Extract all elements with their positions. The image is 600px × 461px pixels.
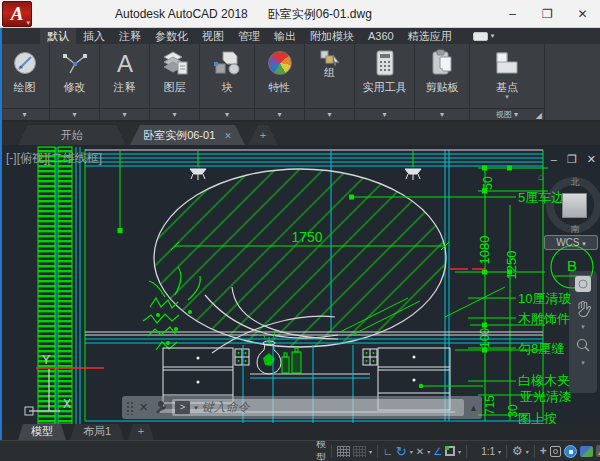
close-icon[interactable]: ✕ xyxy=(139,401,148,414)
new-drawing-button[interactable]: + xyxy=(248,125,278,145)
visual-style-control[interactable]: [二维线框] xyxy=(47,151,102,165)
tab-output[interactable]: 输出 xyxy=(267,28,303,44)
panel-block[interactable]: 块 ▾ xyxy=(200,44,255,120)
app-menu-button[interactable]: A ▾ xyxy=(2,1,32,27)
panel-utilities[interactable]: 实用工具 ▾ xyxy=(355,44,415,120)
drag-handle[interactable] xyxy=(126,401,134,415)
file-tab-start[interactable]: 开始 xyxy=(18,125,126,145)
chevron-down-icon[interactable]: ▾ xyxy=(427,448,430,455)
minimize-button[interactable]: – xyxy=(495,0,530,28)
tab-model[interactable]: 模型 xyxy=(18,424,66,440)
panel-expand[interactable]: ▾ xyxy=(415,108,469,120)
panel-expand[interactable]: ▾ xyxy=(305,108,354,120)
command-prompt-icon[interactable]: > xyxy=(175,401,190,414)
chevron-down-icon[interactable]: ▾ xyxy=(526,448,529,455)
osnap-tracking-icon[interactable]: ∠ xyxy=(433,446,442,457)
pan-hand-icon[interactable] xyxy=(575,299,591,317)
panel-label: 注释 xyxy=(100,80,149,95)
chevron-down-icon[interactable]: ▾ xyxy=(581,359,585,367)
zoom-icon[interactable] xyxy=(575,337,591,353)
ribbon-display-toggle[interactable]: ▾ xyxy=(473,28,495,44)
panel-draw[interactable]: 绘图 ▾ xyxy=(0,44,50,120)
panel-modify[interactable]: 修改 ▾ xyxy=(50,44,100,120)
view-control[interactable]: [俯视] xyxy=(17,151,48,165)
annotation: 图上按 xyxy=(518,411,557,424)
workspace-gear-icon[interactable]: ⚙ xyxy=(512,444,523,458)
chevron-down-icon[interactable]: ▾ xyxy=(369,448,372,455)
alert-icon[interactable] xyxy=(596,445,600,457)
chevron-down-icon[interactable]: ▾ xyxy=(470,93,544,101)
annotation-scale-value[interactable]: 1:1 xyxy=(481,446,495,457)
chevron-down-icon[interactable]: ▾ xyxy=(410,448,413,455)
file-tab-document[interactable]: 卧室实例06-01 ✕ xyxy=(130,125,245,145)
tab-featured-apps[interactable]: 精选应用 xyxy=(401,28,459,44)
chevron-down-icon[interactable]: ▾ xyxy=(194,404,198,412)
panel-view-footer[interactable]: 视图 ▾ ◢ xyxy=(470,108,544,120)
panel-expand[interactable]: ▾ xyxy=(0,108,49,120)
panel-properties[interactable]: 特性 ▾ xyxy=(255,44,305,120)
object-snap-icon[interactable] xyxy=(445,446,455,456)
history-up-icon[interactable]: ▲ xyxy=(469,403,478,413)
isometric-drafting-icon[interactable]: ✕ xyxy=(416,446,424,457)
tab-a360[interactable]: A360 xyxy=(361,28,401,44)
maximize-button[interactable]: ❐ xyxy=(530,0,565,28)
viewcube-north-label[interactable]: 北 xyxy=(542,176,600,189)
command-input[interactable]: > ▾ 键入命令 xyxy=(172,399,464,416)
clean-screen-icon[interactable] xyxy=(564,445,577,458)
tab-view[interactable]: 视图 xyxy=(195,28,231,44)
snap-mode-icon[interactable] xyxy=(337,446,350,457)
dialog-launcher-icon[interactable]: ◢ xyxy=(536,110,542,121)
wcs-dropdown[interactable]: WCS ▾ xyxy=(544,235,598,250)
drawing-canvas[interactable]: 1750 50 1080 1250 xyxy=(0,145,600,424)
tab-addins[interactable]: 附加模块 xyxy=(303,28,361,44)
drawing-minimize-button[interactable]: – xyxy=(551,153,557,166)
status-model-label[interactable]: 模型 xyxy=(316,440,326,461)
graphics-performance-icon[interactable] xyxy=(580,446,593,457)
viewcube[interactable]: ⌂ 北 南 xyxy=(542,173,600,239)
panel-expand[interactable]: ▾ xyxy=(200,108,254,120)
new-layout-button[interactable]: + xyxy=(128,424,154,440)
close-button[interactable]: ✕ xyxy=(565,0,600,28)
panel-view[interactable]: 基点 ▾ 视图 ▾ ◢ xyxy=(470,44,545,120)
command-line[interactable]: ✕ > ▾ 键入命令 ▲ xyxy=(122,396,482,419)
viewport-controls[interactable]: [-][俯视][二维线框] xyxy=(6,150,102,167)
chevron-down-icon[interactable]: ▾ xyxy=(458,448,461,455)
isolate-objects-icon[interactable] xyxy=(550,446,561,457)
panel-expand[interactable]: ▾ xyxy=(100,108,149,120)
chevron-down-icon[interactable]: ▾ xyxy=(581,323,585,331)
wcs-label: WCS xyxy=(556,237,579,248)
chevron-down-icon[interactable]: ▾ xyxy=(498,448,501,455)
annotation-monitor-icon[interactable]: + xyxy=(540,444,547,458)
navigation-bar[interactable]: ▾ ▾ xyxy=(569,271,597,393)
chevron-down-icon: ▾ xyxy=(514,110,518,119)
panel-expand[interactable]: ▾ xyxy=(150,108,199,120)
tab-annotate[interactable]: 注释 xyxy=(112,28,148,44)
layout-tab-bar: 模型 布局1 + xyxy=(0,424,600,440)
panel-expand[interactable]: ▾ xyxy=(355,108,414,120)
customize-wrench-icon[interactable] xyxy=(153,401,167,415)
viewcube-face[interactable] xyxy=(562,193,587,218)
window-edge xyxy=(0,28,2,440)
file-tab-bar: 开始 卧室实例06-01 ✕ + xyxy=(0,122,600,145)
ribbon: 绘图 ▾ 修改 ▾ A 注释 ▾ 图层 ▾ xyxy=(0,44,600,122)
panel-layers[interactable]: 图层 ▾ xyxy=(150,44,200,120)
ortho-mode-icon[interactable]: ∟ xyxy=(383,446,393,457)
polar-tracking-icon[interactable]: ↻ xyxy=(396,444,407,459)
tab-layout1[interactable]: 布局1 xyxy=(70,424,124,440)
viewport-menu[interactable]: [-] xyxy=(6,151,17,165)
close-tab-icon[interactable]: ✕ xyxy=(224,131,232,141)
dim-1080: 1080 xyxy=(477,236,492,265)
tab-default[interactable]: 默认 xyxy=(40,28,76,44)
drawing-close-button[interactable]: ✕ xyxy=(587,153,596,166)
panel-expand[interactable]: ▾ xyxy=(255,108,304,120)
panel-clipboard[interactable]: 剪贴板 ▾ xyxy=(415,44,470,120)
panel-groups[interactable]: 组 ▾ xyxy=(305,44,355,120)
panel-annotation[interactable]: A 注释 ▾ xyxy=(100,44,150,120)
tab-insert[interactable]: 插入 xyxy=(76,28,112,44)
panel-expand[interactable]: ▾ xyxy=(50,108,99,120)
tab-manage[interactable]: 管理 xyxy=(231,28,267,44)
grid-display-icon[interactable] xyxy=(353,446,366,457)
tab-parametric[interactable]: 参数化 xyxy=(148,28,195,44)
navigation-wheel-icon[interactable] xyxy=(574,275,592,293)
drawing-restore-button[interactable]: ❐ xyxy=(567,153,577,166)
